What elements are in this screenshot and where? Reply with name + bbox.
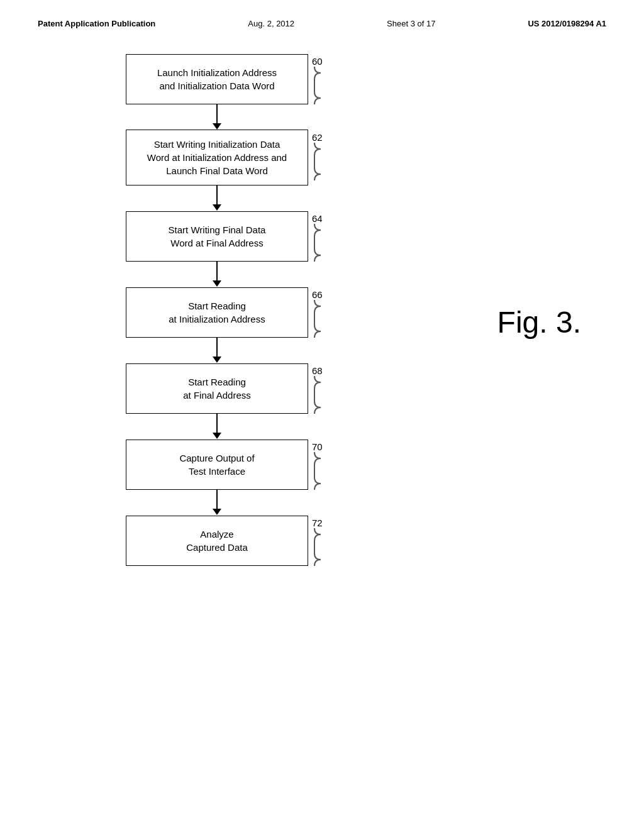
flow-item-step-70: Capture Output of Test Interface70: [126, 439, 330, 490]
arrow-line-icon: [216, 262, 218, 280]
curly-brace-icon: [312, 67, 330, 104]
arrow-4: [126, 414, 308, 439]
arrow-5: [126, 490, 308, 515]
flow-item-step-72: Analyze Captured Data72: [126, 515, 330, 566]
step-number-step-68: 68: [312, 365, 323, 376]
curly-brace-icon: [312, 376, 330, 414]
step-number-step-72: 72: [312, 517, 323, 528]
figure-label: Fig. 3.: [497, 305, 581, 340]
header-sheet: Sheet 3 of 17: [387, 19, 435, 28]
arrow-head-icon: [213, 123, 221, 130]
box-step-66: Start Reading at Initialization Address: [126, 287, 308, 338]
arrow-head-icon: [213, 280, 221, 287]
page-header: Patent Application Publication Aug. 2, 2…: [0, 0, 644, 41]
header-date: Aug. 2, 2012: [248, 19, 294, 28]
arrow-line-icon: [216, 414, 218, 433]
box-step-72: Analyze Captured Data: [126, 516, 308, 566]
arrow-head-icon: [213, 357, 221, 363]
flow-item-step-64: Start Writing Final Data Word at Final A…: [126, 211, 330, 262]
step-number-step-62: 62: [312, 132, 323, 143]
box-step-62: Start Writing Initialization Data Word a…: [126, 130, 308, 185]
arrow-line-icon: [216, 185, 218, 204]
curly-brace-icon: [312, 528, 330, 566]
flow-item-step-66: Start Reading at Initialization Address6…: [126, 287, 330, 338]
flow-item-step-62: Start Writing Initialization Data Word a…: [126, 130, 330, 185]
step-number-step-60: 60: [312, 56, 323, 67]
box-step-70: Capture Output of Test Interface: [126, 440, 308, 490]
arrow-2: [126, 262, 308, 287]
curly-brace-icon: [312, 224, 330, 262]
arrow-3: [126, 338, 308, 363]
box-step-64: Start Writing Final Data Word at Final A…: [126, 211, 308, 262]
arrow-1: [126, 185, 308, 211]
main-content: Launch Initialization Address and Initia…: [0, 41, 644, 578]
step-number-step-70: 70: [312, 441, 323, 452]
arrow-head-icon: [213, 204, 221, 211]
arrow-0: [126, 104, 308, 130]
flow-item-step-60: Launch Initialization Address and Initia…: [126, 53, 330, 104]
curly-brace-icon: [312, 452, 330, 490]
arrow-head-icon: [213, 509, 221, 515]
curly-brace-icon: [312, 143, 330, 180]
box-step-60: Launch Initialization Address and Initia…: [126, 54, 308, 104]
arrow-line-icon: [216, 490, 218, 509]
header-right: US 2012/0198294 A1: [528, 19, 606, 28]
header-left: Patent Application Publication: [38, 19, 155, 28]
flowchart: Launch Initialization Address and Initia…: [126, 53, 330, 566]
step-number-step-64: 64: [312, 213, 323, 224]
flow-item-step-68: Start Reading at Final Address68: [126, 363, 330, 414]
step-number-step-66: 66: [312, 289, 323, 300]
box-step-68: Start Reading at Final Address: [126, 363, 308, 414]
arrow-line-icon: [216, 338, 218, 357]
arrow-head-icon: [213, 433, 221, 439]
arrow-line-icon: [216, 104, 218, 123]
curly-brace-icon: [312, 300, 330, 338]
